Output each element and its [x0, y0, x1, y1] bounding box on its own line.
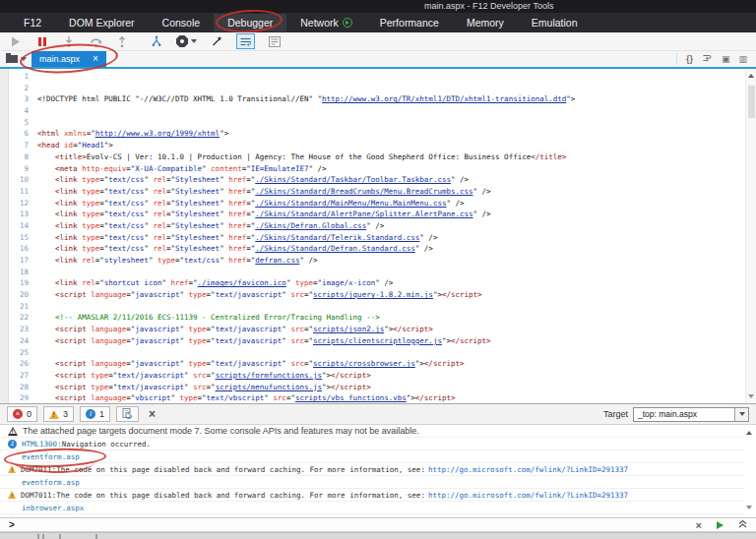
source-tab-main-aspx[interactable]: main.aspx × [32, 51, 106, 67]
multiline-toggle-icon[interactable] [738, 519, 747, 530]
console-input-actions: × [696, 519, 747, 531]
tab-emulation[interactable]: Emulation [518, 14, 592, 31]
warning-icon: ! [8, 427, 18, 436]
line-number[interactable]: 24 [9, 335, 37, 347]
line-number[interactable]: 11 [9, 186, 37, 198]
pretty-print-icon[interactable]: {} [686, 54, 693, 64]
line-number[interactable]: 26 [9, 358, 37, 370]
line-number[interactable]: 25 [9, 347, 37, 359]
window-title: main.aspx - F12 Developer Tools [424, 1, 553, 11]
line-number[interactable]: 3 [9, 93, 37, 105]
tab-dom-explorer[interactable]: DOM Explorer [55, 14, 149, 31]
line-number[interactable]: 13 [9, 209, 37, 220]
message-link[interactable]: http://go.microsoft.com/fwlink/?LinkID=2… [428, 516, 628, 518]
line-number[interactable]: 5 [9, 117, 37, 129]
scroll-down-icon[interactable] [746, 506, 752, 509]
continue-button[interactable] [9, 33, 23, 49]
wrap-lines-icon[interactable] [702, 53, 713, 65]
target-dropdown[interactable]: _top: main.aspx [633, 407, 749, 422]
line-number[interactable]: 29 [9, 392, 37, 403]
code-line: 27 <script type="text/javascript" src="s… [9, 370, 744, 382]
line-number[interactable]: 20 [9, 289, 37, 301]
step-over-button[interactable] [89, 33, 102, 49]
target-dropdown-button[interactable] [734, 408, 748, 421]
code-text: <html xmlns="http://www.w3.org/1999/xhtm… [37, 128, 228, 140]
source-file-name[interactable]: eventform.asp [22, 452, 80, 461]
code-line: 26 <script language="javascript" type="t… [9, 358, 744, 370]
scroll-up-icon[interactable] [746, 431, 752, 435]
message-text: Navigation occurred. [62, 440, 151, 449]
source-map-icon[interactable]: ▣ [722, 54, 730, 64]
line-number[interactable]: 6 [9, 128, 37, 140]
line-number[interactable]: 8 [9, 151, 37, 163]
scroll-up-icon[interactable] [748, 74, 754, 78]
network-play-icon[interactable] [343, 18, 352, 28]
tab-memory[interactable]: Memory [453, 14, 518, 31]
line-number[interactable]: 22 [9, 312, 37, 324]
breakpoint-gutter[interactable] [0, 69, 9, 403]
break-pointer-button[interactable] [210, 33, 223, 49]
message-link[interactable]: http://go.microsoft.com/fwlink/?LinkID=2… [428, 491, 628, 500]
tab-f12[interactable]: F12 [10, 14, 55, 31]
code-line: 23 <script language="javascript" type="t… [9, 324, 744, 335]
code-line: 15 <link type="text/css" rel="Stylesheet… [9, 232, 744, 244]
tab-performance[interactable]: Performance [366, 14, 453, 31]
scrollbar-thumb[interactable] [748, 86, 755, 118]
console-input-row[interactable]: > × [0, 517, 756, 532]
line-number[interactable]: 28 [9, 382, 37, 393]
message-link[interactable]: http://go.microsoft.com/fwlink/?LinkID=2… [428, 465, 628, 474]
step-into-button[interactable] [62, 33, 76, 49]
line-number[interactable]: 21 [9, 301, 37, 313]
scroll-down-icon[interactable] [748, 394, 754, 398]
line-number[interactable]: 15 [9, 232, 37, 244]
line-number[interactable]: 4 [9, 105, 37, 117]
line-number[interactable]: 18 [9, 267, 37, 278]
step-into-icon [63, 35, 75, 48]
dropdown-caret-icon [739, 412, 745, 416]
line-number[interactable]: 17 [9, 255, 37, 267]
code-line: 19 <link rel="shortcut icon" href="./ima… [9, 277, 744, 289]
source-file-name[interactable]: eventform.asp [22, 478, 80, 487]
break-button[interactable] [35, 33, 49, 49]
word-wrap-toggle[interactable] [236, 33, 255, 49]
line-number[interactable]: 10 [9, 174, 37, 186]
run-script-icon[interactable] [717, 521, 724, 529]
line-number[interactable]: 2 [9, 83, 37, 94]
errors-filter-button[interactable]: ×0 [7, 406, 37, 422]
break-on-new-worker-button[interactable] [150, 33, 163, 49]
line-number[interactable]: 12 [9, 198, 37, 210]
warning-icon: ! [8, 516, 16, 517]
tab-debugger[interactable]: Debugger [214, 14, 286, 31]
dropdown-caret-icon [191, 39, 197, 43]
debugger-options-button[interactable] [268, 33, 282, 49]
tab-console[interactable]: Console [149, 14, 215, 31]
line-number[interactable]: 27 [9, 370, 37, 382]
warnings-filter-button[interactable]: !3 [43, 406, 74, 422]
step-out-button[interactable] [115, 33, 129, 49]
source-file-name[interactable]: inbrowser.aspx [22, 504, 84, 512]
line-number[interactable]: 23 [9, 324, 37, 335]
close-tab-icon[interactable]: × [93, 54, 98, 64]
line-number[interactable]: 14 [9, 220, 37, 232]
pause-icon [38, 37, 45, 46]
console-scrollbar[interactable] [744, 425, 756, 517]
line-number[interactable]: 1 [9, 71, 37, 83]
line-number[interactable]: 16 [9, 243, 37, 255]
tab-network[interactable]: Network [286, 14, 366, 31]
line-number[interactable]: 7 [9, 140, 37, 151]
code-text: <script language="javascript" type="text… [37, 335, 491, 347]
code-line: 22 <!-- AMASLAR 2/11/2016 ECS-11139 - Ce… [9, 312, 744, 324]
detach-source-icon[interactable]: ▥ [738, 54, 747, 64]
exception-settings-button[interactable] [176, 33, 197, 49]
clear-console-button[interactable]: × [149, 407, 156, 421]
line-number[interactable]: 19 [9, 277, 37, 289]
info-filter-button[interactable]: i1 [80, 406, 110, 422]
clear-on-navigate-button[interactable] [116, 406, 139, 422]
warning-count: 3 [63, 409, 68, 419]
open-file-button[interactable] [6, 55, 27, 63]
code-editor[interactable]: 123<!DOCTYPE html PUBLIC "-//W3C//DTD XH… [0, 69, 756, 403]
clear-input-icon[interactable]: × [696, 519, 702, 531]
editor-scrollbar[interactable] [745, 69, 756, 403]
line-number[interactable]: 9 [9, 163, 37, 175]
code-text: <link type="text/css" rel="Stylesheet" h… [37, 198, 465, 210]
